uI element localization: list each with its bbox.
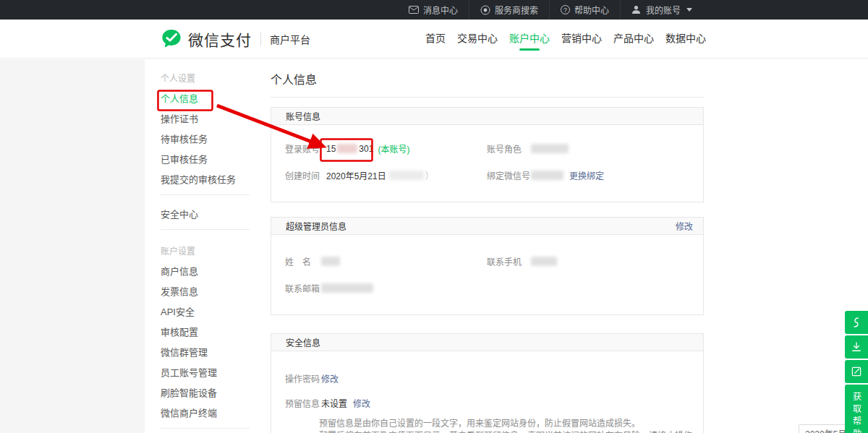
login-account-label: 登录账号	[285, 142, 326, 155]
sidebar-divider	[161, 229, 250, 230]
admin-name-redacted	[321, 257, 340, 266]
get-help-button[interactable]: 获取帮助	[845, 385, 868, 433]
page-body: 个人设置 个人信息 操作证书 待审核任务 已审核任务 我提交的审核任务 安全中心…	[0, 59, 868, 433]
user-icon	[631, 5, 642, 15]
contact-phone-redacted	[531, 257, 557, 266]
login-account-value: 15 301 (本账号)	[326, 142, 409, 155]
super-admin-card: 超级管理员信息 修改 姓 名 联系手机 联系邮箱	[271, 217, 704, 315]
created-time-value: 2020年5月21日 ）	[326, 169, 434, 181]
password-edit-link[interactable]: 修改	[321, 372, 339, 385]
page-title: 个人信息	[271, 72, 704, 88]
brand-name: 微信支付	[188, 28, 252, 50]
caret-down-icon	[686, 8, 692, 12]
download-button[interactable]	[845, 335, 868, 359]
sidebar-item-merchant-terminal[interactable]: 微信商户终端	[161, 403, 250, 424]
sp-search-menu[interactable]: 服务商搜索	[469, 0, 549, 20]
security-info-card: 安全信息 操作密码 修改 预留信息 未设置 修改 预留	[271, 333, 704, 433]
sidebar-item-face-device[interactable]: 刷脸智能设备	[161, 383, 250, 403]
nav-data-center[interactable]: 数据中心	[665, 27, 706, 51]
sidebar-divider	[161, 428, 250, 429]
reserved-info-edit-link[interactable]: 修改	[353, 397, 370, 409]
download-icon	[850, 340, 863, 353]
super-admin-edit-link[interactable]: 修改	[676, 220, 693, 232]
help-center-label: 帮助中心	[574, 4, 609, 16]
sidebar: 个人设置 个人信息 操作证书 待审核任务 已审核任务 我提交的审核任务 安全中心…	[145, 59, 250, 433]
main-nav: 首页 交易中心 账户中心 营销中心 产品中心 数据中心	[425, 27, 706, 51]
link-icon	[850, 316, 863, 329]
message-center-label: 消息中心	[423, 4, 458, 16]
bound-wechat-label: 绑定微信号	[487, 169, 531, 181]
operation-password-label: 操作密码	[285, 372, 321, 385]
feedback-button[interactable]	[845, 360, 868, 383]
left-gutter	[0, 59, 145, 433]
account-info-section-title: 账号信息	[286, 110, 320, 122]
my-account-menu[interactable]: 我的账号	[620, 0, 703, 20]
main-content: 个人信息 账号信息 登录账号 15 301 (本账号)	[271, 59, 704, 433]
sidebar-item-invoice-info[interactable]: 发票信息	[161, 282, 250, 302]
portal-name: 商户平台	[270, 32, 310, 46]
sidebar-item-operation-certificate[interactable]: 操作证书	[161, 109, 250, 129]
help-center-menu[interactable]: ? 帮助中心	[549, 0, 620, 20]
sidebar-item-pending-review-tasks[interactable]: 待审核任务	[161, 129, 250, 150]
admin-name-label: 姓 名	[285, 255, 321, 267]
reserved-info-label: 预留信息	[285, 397, 321, 409]
sp-search-label: 服务商搜索	[495, 4, 538, 16]
account-info-card: 账号信息 登录账号 15 301 (本账号) 账号角色	[271, 107, 704, 202]
brand-separator	[260, 33, 261, 46]
brand-logo[interactable]: 微信支付 商户平台	[161, 28, 310, 50]
help-icon: ?	[561, 5, 570, 14]
contact-phone-label: 联系手机	[487, 255, 531, 267]
created-time-label: 创建时间	[285, 169, 326, 181]
wechat-pay-logo-icon	[161, 28, 182, 50]
current-account-tag: (本账号)	[378, 142, 409, 155]
sidebar-item-my-submitted-tasks[interactable]: 我提交的审核任务	[161, 170, 250, 190]
reserved-info-value: 未设置	[321, 397, 347, 409]
sidebar-item-merchant-info[interactable]: 商户信息	[161, 262, 250, 282]
message-center-menu[interactable]: 消息中心	[398, 0, 469, 20]
sidebar-item-personal-info[interactable]: 个人信息	[161, 89, 250, 109]
header: 微信支付 商户平台 首页 交易中心 账户中心 营销中心 产品中心 数据中心	[0, 20, 868, 59]
security-section-title: 安全信息	[286, 336, 320, 348]
contact-email-label: 联系邮箱	[285, 282, 321, 294]
sidebar-item-wechat-group-mgmt[interactable]: 微信群管理	[161, 343, 250, 363]
sidebar-header-personal-settings: 个人设置	[161, 69, 250, 89]
account-role-redacted	[531, 144, 569, 153]
sidebar-divider	[161, 194, 250, 195]
reserved-info-description: 预留信息是由你自己设置的一段文字，用来鉴定网站身份，防止假冒网站造成损失。 配置…	[319, 418, 703, 433]
title-divider	[271, 97, 704, 98]
login-account-redacted	[337, 144, 357, 153]
sidebar-item-api-security[interactable]: API安全	[161, 302, 250, 322]
account-role-label: 账号角色	[487, 142, 531, 155]
super-admin-section-title: 超级管理员信息	[286, 220, 346, 232]
sidebar-item-reviewed-tasks[interactable]: 已审核任务	[161, 150, 250, 170]
sidebar-header-account-settings: 账户设置	[161, 241, 250, 262]
feedback-icon	[850, 365, 863, 378]
link-button[interactable]	[845, 311, 868, 334]
created-time-redacted	[389, 171, 424, 180]
floating-toolbar: 获取帮助	[845, 311, 868, 433]
nav-account-center[interactable]: 账户中心	[509, 27, 550, 51]
change-binding-link[interactable]: 更换绑定	[569, 169, 604, 181]
nav-home[interactable]: 首页	[425, 27, 446, 51]
sidebar-item-review-config[interactable]: 审核配置	[161, 322, 250, 343]
nav-transaction-center[interactable]: 交易中心	[457, 27, 498, 51]
contact-email-redacted	[321, 283, 373, 293]
my-account-label: 我的账号	[646, 4, 681, 16]
mail-icon	[409, 5, 419, 15]
nav-product-center[interactable]: 产品中心	[613, 27, 654, 51]
sidebar-item-security-center[interactable]: 安全中心	[161, 205, 250, 225]
bound-wechat-redacted	[531, 171, 563, 180]
search-icon	[480, 5, 490, 15]
topbar: 消息中心 服务商搜索 ? 帮助中心 我的账号	[0, 0, 868, 20]
nav-marketing-center[interactable]: 营销中心	[561, 27, 602, 51]
sidebar-item-staff-account-mgmt[interactable]: 员工账号管理	[161, 363, 250, 383]
